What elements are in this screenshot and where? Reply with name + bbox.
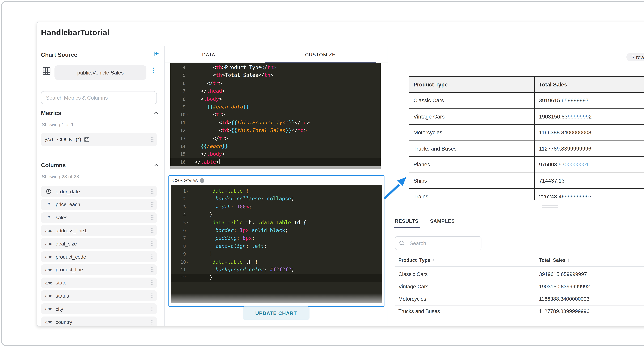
results-search-input[interactable] <box>405 240 482 246</box>
data-source-pill[interactable]: public.Vehicle Sales <box>54 65 146 80</box>
tab-samples[interactable]: SAMPLES <box>430 218 455 224</box>
column-item-address_line1[interactable]: abcaddress_line1 <box>41 225 157 236</box>
code-line-12[interactable]: 12} <box>171 274 382 282</box>
code-line-16[interactable]: 16</table> <box>170 158 380 166</box>
update-chart-button[interactable]: UPDATE CHART <box>243 307 310 320</box>
column-item-deal_size[interactable]: abcdeal_size <box>41 238 157 249</box>
code-line-15[interactable]: 15 </tbody> <box>170 150 380 158</box>
text-type-icon: abc <box>44 267 53 272</box>
metrics-columns-search[interactable] <box>41 91 157 104</box>
column-item-price_each[interactable]: #price_each <box>41 199 157 210</box>
code-line-11[interactable]: 11 <td>{{this.Product_Type}}</td> <box>170 119 380 127</box>
drag-handle-icon[interactable] <box>150 241 154 247</box>
code-line-2[interactable]: 2 border-collapse: collapse; <box>171 195 382 203</box>
column-item-sales[interactable]: #sales <box>41 212 157 223</box>
collapse-sidebar-icon[interactable] <box>153 50 159 57</box>
rendered-chart-table: Product TypeTotal SalesClassic Cars39196… <box>409 76 644 200</box>
code-line-9[interactable]: 9 {{#each data}} <box>170 103 380 111</box>
code-line-13[interactable]: 13 </tr> <box>170 135 380 142</box>
results-row-classic-cars[interactable]: Classic Cars3919615.659999997 <box>395 268 644 281</box>
drag-handle-icon[interactable] <box>150 137 154 142</box>
drag-handle-icon[interactable] <box>150 293 154 299</box>
tab-results[interactable]: RESULTS <box>395 218 418 224</box>
clock-icon <box>44 189 53 194</box>
results-header-total-sales[interactable]: Total_Sales ▲▼ <box>539 258 570 263</box>
tab-customize[interactable]: CUSTOMIZE <box>305 52 336 57</box>
results-row-vintage-cars[interactable]: Vintage Cars1903150.8399999992 <box>395 281 644 293</box>
function-icon: ƒ(x) <box>45 136 53 143</box>
preview-table-row: Trains226243.46999999997 <box>409 189 644 200</box>
metric-item-count[interactable]: ƒ(x) COUNT(*) <box>41 133 157 146</box>
results-search[interactable] <box>395 236 482 250</box>
column-item-city[interactable]: abccity <box>41 304 157 314</box>
drag-handle-icon[interactable] <box>150 215 154 220</box>
columns-collapse-chevron-icon[interactable] <box>154 164 158 166</box>
column-item-status[interactable]: abcstatus <box>41 290 157 301</box>
code-line-9[interactable]: 9} <box>171 250 382 258</box>
chart-source-title: Chart Source <box>41 51 78 58</box>
app-window: HandlebarTutorial SAVE ••• Chart Source … <box>37 22 644 326</box>
code-line-5[interactable]: 5▾.data-table th, .data-table td { <box>171 219 382 227</box>
drag-handle-icon[interactable] <box>150 306 154 312</box>
column-item-country[interactable]: abccountry <box>41 317 157 326</box>
header-divider <box>37 46 644 46</box>
code-line-6[interactable]: 6 </tr> <box>170 79 380 87</box>
drag-handle-icon[interactable] <box>150 202 154 207</box>
source-kebab-menu-icon[interactable] <box>152 67 155 74</box>
code-line-3[interactable]: 3 width: 100%; <box>171 203 382 211</box>
preview-table-row: Ships714437.13 <box>409 173 644 189</box>
code-line-4[interactable]: 4 <th>Product Type</th> <box>170 64 380 71</box>
results-tab-divider <box>388 227 644 227</box>
number-type-icon: # <box>44 215 53 220</box>
table-scroll-hint[interactable] <box>542 205 558 209</box>
drag-handle-icon[interactable] <box>150 267 154 273</box>
results-header-product-type[interactable]: Product_Type ▲▼ <box>398 258 434 263</box>
editor-horizontal-scrollbar[interactable] <box>170 166 380 169</box>
metrics-collapse-chevron-icon[interactable] <box>154 112 158 114</box>
results-table-header: Product_Type ▲▼ Total_Sales ▲▼ <box>395 258 644 267</box>
annotation-arrow <box>382 175 411 201</box>
drag-handle-icon[interactable] <box>150 189 154 194</box>
column-item-order_date[interactable]: order_date <box>41 186 157 197</box>
drag-handle-icon[interactable] <box>150 319 154 325</box>
code-line-8[interactable]: 8▾ <tbody> <box>170 95 380 103</box>
text-type-icon: abc <box>44 281 53 285</box>
drag-handle-icon[interactable] <box>150 254 154 260</box>
tab-data[interactable]: DATA <box>202 52 215 57</box>
columns-section-title: Columns <box>41 162 66 168</box>
code-line-7[interactable]: 7 </thead> <box>170 87 380 95</box>
sort-icon[interactable]: ▲▼ <box>568 258 570 262</box>
text-type-icon: abc <box>44 307 53 311</box>
metrics-showing-count: Showing 1 of 1 <box>42 122 74 127</box>
info-icon[interactable]: i <box>200 178 204 183</box>
results-active-tab-indicator <box>394 226 420 228</box>
code-line-7[interactable]: 7 padding: 8px; <box>171 234 382 242</box>
sort-icon[interactable]: ▲▼ <box>432 258 434 262</box>
sidebar-section-divider <box>37 85 164 85</box>
code-line-6[interactable]: 6 border: 1px solid black; <box>171 227 382 234</box>
column-item-product_line[interactable]: abcproduct_line <box>41 264 157 275</box>
code-line-4[interactable]: 4} <box>171 211 382 219</box>
page-title: HandlebarTutorial <box>41 28 110 37</box>
preview-row-count-badge: 7 rows <box>626 53 644 61</box>
column-item-state[interactable]: abcstate <box>41 277 157 288</box>
drag-handle-icon[interactable] <box>150 228 154 234</box>
search-input[interactable] <box>41 95 156 101</box>
drag-handle-icon[interactable] <box>150 280 154 286</box>
code-line-8[interactable]: 8 text-align: left; <box>171 242 382 250</box>
results-row-trucks-and-buses[interactable]: Trucks and Buses1127789.8399999996 <box>395 305 644 318</box>
code-line-12[interactable]: 12 <td>{{this.Total_Sales}}</td> <box>170 127 380 134</box>
results-row-motorcycles[interactable]: Motorcycles1166388.3400000003 <box>395 293 644 306</box>
code-line-1[interactable]: 1▾.data-table { <box>171 187 382 195</box>
column-item-product_code[interactable]: abcproduct_code <box>41 251 157 262</box>
calculator-icon[interactable] <box>84 137 90 142</box>
code-line-10[interactable]: 10▾.data-table th { <box>171 258 382 266</box>
code-line-5[interactable]: 5 <th>Total Sales</th> <box>170 71 380 79</box>
handlebars-template-editor[interactable]: 4 <th>Product Type</th>5 <th>Total Sales… <box>170 63 380 169</box>
preview-table-row: Planes975003.5700000001 <box>409 157 644 173</box>
code-line-14[interactable]: 14 {{/each}} <box>170 142 380 150</box>
css-styles-editor[interactable]: 1▾.data-table {2 border-collapse: collap… <box>171 185 382 303</box>
metrics-section-title: Metrics <box>41 110 61 116</box>
code-line-11[interactable]: 11 background-color: #f2f2f2; <box>171 266 382 274</box>
code-line-10[interactable]: 10▾ <tr> <box>170 111 380 119</box>
